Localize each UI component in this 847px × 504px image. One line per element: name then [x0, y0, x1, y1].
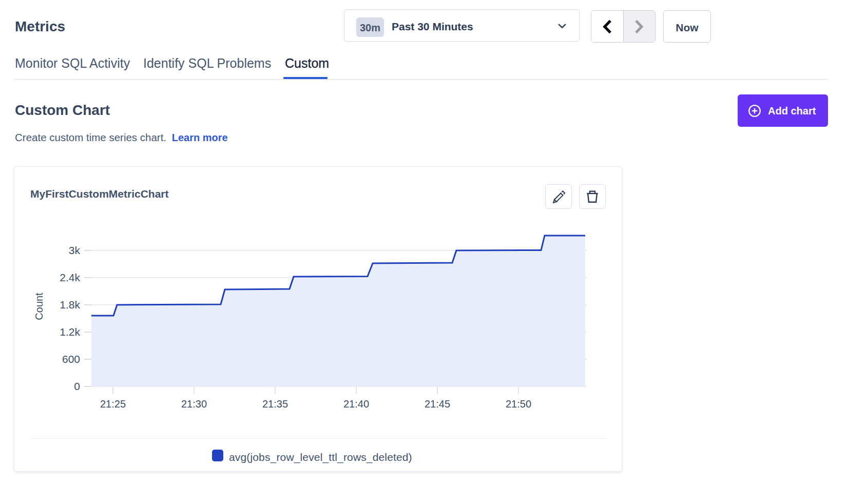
svg-text:Count: Count [33, 293, 45, 320]
svg-text:21:25: 21:25 [100, 398, 126, 410]
svg-text:21:40: 21:40 [343, 398, 369, 410]
svg-text:21:35: 21:35 [262, 398, 288, 410]
svg-text:600: 600 [62, 353, 80, 365]
svg-text:1.8k: 1.8k [60, 299, 80, 311]
svg-text:1.2k: 1.2k [60, 326, 80, 338]
svg-text:2.4k: 2.4k [60, 272, 80, 283]
svg-text:3k: 3k [69, 244, 81, 256]
svg-text:21:30: 21:30 [181, 398, 207, 410]
svg-text:21:50: 21:50 [506, 398, 531, 410]
svg-text:0: 0 [74, 380, 80, 392]
svg-text:21:45: 21:45 [425, 398, 450, 410]
